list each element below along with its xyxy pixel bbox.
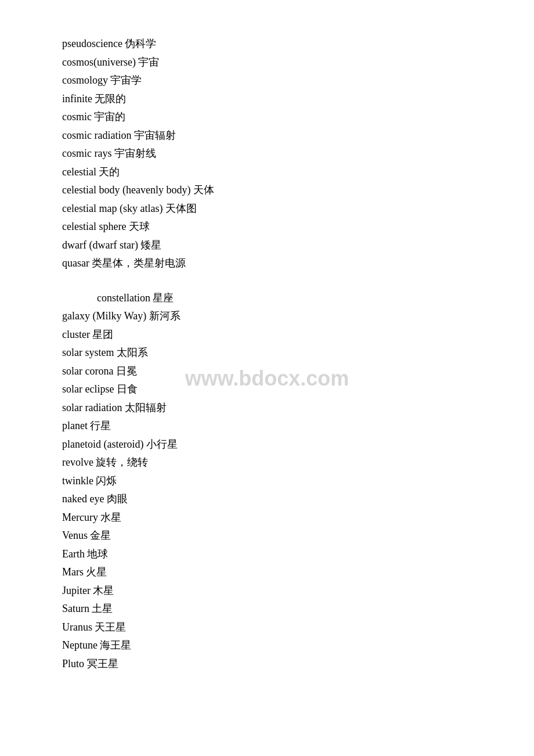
list-item: celestial body (heavenly body) 天体 [62,181,488,200]
list-item: galaxy (Milky Way) 新河系 [62,307,488,326]
list-item: celestial 天的 [62,163,488,182]
list-item: celestial sphere 天球 [62,218,488,236]
list-item: solar eclipse 日食 [62,380,488,399]
group1: pseudoscience 伪科学cosmos(universe) 宇宙cosm… [62,35,488,273]
list-item: planet 行星 [62,417,488,435]
list-item: Uranus 天王星 [62,618,488,637]
list-item: cluster 星团 [62,326,488,344]
list-item: constellation 星座 [62,289,488,308]
list-item: pseudoscience 伪科学 [62,35,488,53]
list-item: solar system 太阳系 [62,344,488,362]
list-item: Neptune 海王星 [62,636,488,655]
list-item: Venus 金星 [62,527,488,545]
list-item: cosmic radiation 宇宙辐射 [62,127,488,145]
list-item: solar radiation 太阳辐射 [62,399,488,417]
list-item: celestial map (sky atlas) 天体图 [62,200,488,218]
group2: constellation 星座galaxy (Milky Way) 新河系cl… [62,289,488,674]
list-item: Jupiter 木星 [62,582,488,600]
list-item: solar corona 日冕 [62,362,488,381]
list-item: Pluto 冥王星 [62,655,488,674]
vocabulary-list: pseudoscience 伪科学cosmos(universe) 宇宙cosm… [62,35,488,673]
list-item: naked eye 肉眼 [62,490,488,509]
list-item: cosmic 宇宙的 [62,108,488,127]
list-item: quasar 类星体，类星射电源 [62,254,488,273]
group-spacer [62,273,488,289]
list-item: dwarf (dwarf star) 矮星 [62,236,488,255]
list-item: cosmic rays 宇宙射线 [62,145,488,163]
list-item: Mercury 水星 [62,509,488,527]
list-item: revolve 旋转，绕转 [62,453,488,472]
list-item: Mars 火星 [62,563,488,582]
list-item: twinkle 闪烁 [62,472,488,491]
list-item: cosmos(universe) 宇宙 [62,53,488,72]
list-item: infinite 无限的 [62,90,488,109]
list-item: Saturn 土星 [62,600,488,618]
list-item: planetoid (asteroid) 小行星 [62,435,488,454]
list-item: cosmology 宇宙学 [62,71,488,90]
list-item: Earth 地球 [62,545,488,564]
